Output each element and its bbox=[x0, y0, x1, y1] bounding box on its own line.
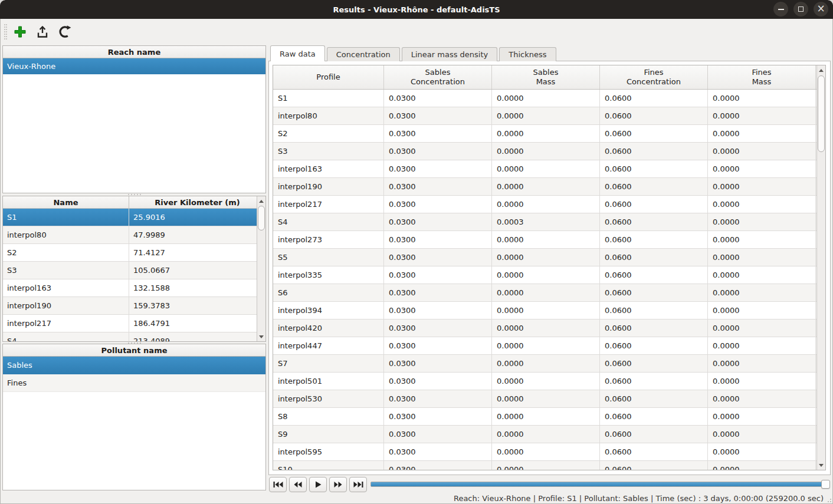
value-cell[interactable]: 0.0000 bbox=[708, 107, 816, 124]
profile-row[interactable]: interpol190159.3783 bbox=[3, 297, 257, 315]
refresh-button[interactable] bbox=[57, 24, 73, 40]
value-cell[interactable]: 0.0600 bbox=[600, 443, 708, 460]
table-row[interactable]: interpol4470.03000.00000.06000.0000 bbox=[273, 337, 816, 355]
scroll-up-icon[interactable] bbox=[257, 197, 265, 205]
reach-list-item[interactable]: Vieux-Rhone bbox=[3, 58, 265, 74]
value-cell[interactable]: 0.0000 bbox=[492, 231, 600, 248]
value-cell[interactable]: 0.0000 bbox=[708, 213, 816, 230]
profile-cell[interactable]: S5 bbox=[273, 249, 384, 266]
profile-rk-cell[interactable]: 105.0667 bbox=[129, 262, 257, 279]
profile-cell[interactable]: interpol217 bbox=[273, 196, 384, 213]
profile-row[interactable]: S3105.0667 bbox=[3, 262, 257, 279]
value-cell[interactable]: 0.0000 bbox=[708, 284, 816, 301]
profile-rk-cell[interactable]: 25.9016 bbox=[129, 209, 257, 226]
value-cell[interactable]: 0.0000 bbox=[708, 178, 816, 195]
profile-cell[interactable]: S6 bbox=[273, 284, 384, 301]
value-cell[interactable]: 0.0300 bbox=[384, 302, 492, 319]
value-cell[interactable]: 0.0000 bbox=[492, 107, 600, 124]
table-row[interactable]: S40.03000.00030.06000.0000 bbox=[273, 213, 816, 231]
profile-cell[interactable]: interpol394 bbox=[273, 302, 384, 319]
value-cell[interactable]: 0.0300 bbox=[384, 143, 492, 160]
value-cell[interactable]: 0.0300 bbox=[384, 196, 492, 213]
value-cell[interactable]: 0.0000 bbox=[708, 125, 816, 142]
value-cell[interactable]: 0.0000 bbox=[708, 266, 816, 284]
value-cell[interactable]: 0.0000 bbox=[492, 266, 600, 284]
value-cell[interactable]: 0.0000 bbox=[708, 408, 816, 425]
profile-name-cell[interactable]: S2 bbox=[3, 244, 129, 261]
table-row[interactable]: interpol1900.03000.00000.06000.0000 bbox=[273, 178, 816, 196]
value-cell[interactable]: 0.0300 bbox=[384, 90, 492, 107]
value-cell[interactable]: 0.0000 bbox=[492, 143, 600, 160]
value-cell[interactable]: 0.0000 bbox=[708, 373, 816, 390]
profile-cell[interactable]: S10 bbox=[273, 461, 384, 470]
profile-cell[interactable]: interpol163 bbox=[273, 160, 384, 177]
value-cell[interactable]: 0.0600 bbox=[600, 160, 708, 177]
profile-cell[interactable]: S1 bbox=[273, 90, 384, 107]
value-cell[interactable]: 0.0003 bbox=[492, 213, 600, 230]
profile-cell[interactable]: interpol447 bbox=[273, 337, 384, 354]
value-cell[interactable]: 0.0000 bbox=[492, 90, 600, 107]
profile-cell[interactable]: S2 bbox=[273, 125, 384, 142]
profile-cell[interactable]: S3 bbox=[273, 143, 384, 160]
value-cell[interactable]: 0.0000 bbox=[492, 426, 600, 443]
value-cell[interactable]: 0.0600 bbox=[600, 390, 708, 407]
value-cell[interactable]: 0.0300 bbox=[384, 426, 492, 443]
profile-rk-cell[interactable]: 213.4089 bbox=[129, 332, 257, 341]
value-cell[interactable]: 0.0300 bbox=[384, 160, 492, 177]
value-cell[interactable]: 0.0600 bbox=[600, 426, 708, 443]
value-cell[interactable]: 0.0000 bbox=[492, 443, 600, 460]
value-cell[interactable]: 0.0000 bbox=[708, 231, 816, 248]
value-cell[interactable]: 0.0000 bbox=[708, 390, 816, 407]
value-cell[interactable]: 0.0000 bbox=[708, 426, 816, 443]
value-cell[interactable]: 0.0000 bbox=[492, 373, 600, 390]
table-row[interactable]: interpol5010.03000.00000.06000.0000 bbox=[273, 373, 816, 390]
value-cell[interactable]: 0.0600 bbox=[600, 213, 708, 230]
value-cell[interactable]: 0.0000 bbox=[708, 90, 816, 107]
profile-row[interactable]: S4213.4089 bbox=[3, 332, 257, 341]
table-row[interactable]: S70.03000.00000.06000.0000 bbox=[273, 355, 816, 373]
profile-rk-cell[interactable]: 159.3783 bbox=[129, 297, 257, 314]
profile-cell[interactable]: interpol530 bbox=[273, 390, 384, 407]
value-cell[interactable]: 0.0300 bbox=[384, 461, 492, 470]
profile-cell[interactable]: S8 bbox=[273, 408, 384, 425]
value-cell[interactable]: 0.0600 bbox=[600, 355, 708, 372]
profile-name-cell[interactable]: interpol163 bbox=[3, 279, 129, 297]
table-row[interactable]: S90.03000.00000.06000.0000 bbox=[273, 426, 816, 443]
value-cell[interactable]: 0.0600 bbox=[600, 125, 708, 142]
value-cell[interactable]: 0.0000 bbox=[492, 408, 600, 425]
table-row[interactable]: interpol800.03000.00000.06000.0000 bbox=[273, 107, 816, 125]
value-cell[interactable]: 0.0000 bbox=[708, 443, 816, 460]
value-cell[interactable]: 0.0600 bbox=[600, 461, 708, 470]
value-cell[interactable]: 0.0300 bbox=[384, 319, 492, 337]
minimize-button[interactable] bbox=[773, 2, 788, 17]
profile-rk-cell[interactable]: 186.4791 bbox=[129, 315, 257, 332]
rewind-button[interactable] bbox=[289, 477, 307, 492]
profile-cell[interactable]: S4 bbox=[273, 213, 384, 230]
value-cell[interactable]: 0.0300 bbox=[384, 178, 492, 195]
value-cell[interactable]: 0.0600 bbox=[600, 90, 708, 107]
column-header-river-kilometer[interactable]: River Kilometer (m) bbox=[129, 196, 265, 208]
time-slider-handle[interactable] bbox=[821, 480, 830, 489]
value-cell[interactable]: 0.0300 bbox=[384, 443, 492, 460]
export-button[interactable] bbox=[34, 24, 51, 40]
table-row[interactable]: S60.03000.00000.06000.0000 bbox=[273, 284, 816, 302]
table-row[interactable]: interpol2170.03000.00000.06000.0000 bbox=[273, 196, 816, 213]
value-cell[interactable]: 0.0300 bbox=[384, 266, 492, 284]
scroll-down-icon[interactable] bbox=[817, 461, 825, 469]
profile-cell[interactable]: interpol190 bbox=[273, 178, 384, 195]
value-cell[interactable]: 0.0300 bbox=[384, 337, 492, 354]
value-cell[interactable]: 0.0300 bbox=[384, 107, 492, 124]
table-row[interactable]: S30.03000.00000.06000.0000 bbox=[273, 143, 816, 160]
value-cell[interactable]: 0.0600 bbox=[600, 249, 708, 266]
value-cell[interactable]: 0.0000 bbox=[492, 249, 600, 266]
table-row[interactable]: interpol2730.03000.00000.06000.0000 bbox=[273, 231, 816, 249]
table-row[interactable]: interpol5950.03000.00000.06000.0000 bbox=[273, 443, 816, 461]
table-row[interactable]: interpol1630.03000.00000.06000.0000 bbox=[273, 160, 816, 178]
value-cell[interactable]: 0.0600 bbox=[600, 107, 708, 124]
time-slider[interactable] bbox=[370, 481, 830, 487]
value-cell[interactable]: 0.0300 bbox=[384, 284, 492, 301]
table-row[interactable]: S80.03000.00000.06000.0000 bbox=[273, 408, 816, 426]
table-row[interactable]: S20.03000.00000.06000.0000 bbox=[273, 125, 816, 143]
add-button[interactable] bbox=[12, 24, 28, 40]
value-cell[interactable]: 0.0000 bbox=[708, 355, 816, 372]
